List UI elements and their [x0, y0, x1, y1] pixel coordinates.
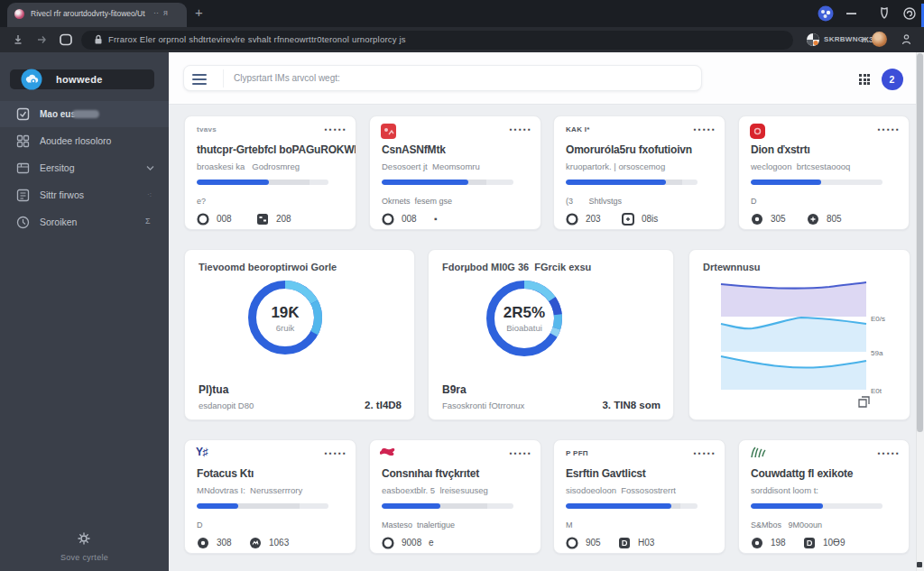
svg-text:E0/s: E0/s: [871, 315, 885, 323]
svg-text:59a: 59a: [871, 349, 883, 357]
svg-text:E0t: E0t: [871, 387, 882, 395]
